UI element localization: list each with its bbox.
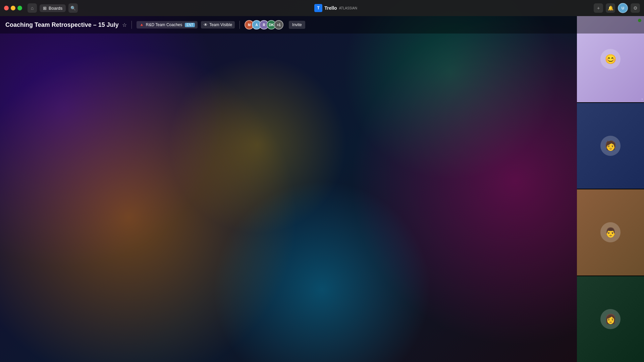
trello-label: Trello <box>324 5 337 11</box>
boards-label: Boards <box>49 6 62 11</box>
close-button[interactable] <box>4 6 9 10</box>
video-arrow: › <box>642 97 643 101</box>
eye-icon: 👁 <box>204 22 208 27</box>
video-person-4: 👩 <box>600 309 621 329</box>
home-icon[interactable]: ⌂ <box>28 3 37 13</box>
trello-icon: T <box>314 4 322 12</box>
star-button[interactable]: ☆ <box>122 22 127 28</box>
video-tile-2: 🧑 <box>577 103 644 189</box>
divider2 <box>239 21 240 29</box>
notifications-button[interactable]: 🔔 <box>606 3 615 13</box>
visibility-chip[interactable]: 👁 Team Visible <box>201 21 235 28</box>
video-tile-3: 👨 <box>577 189 644 276</box>
titlebar-right: + 🔔 U ⚙ <box>594 3 640 13</box>
video-person-3: 👨 <box>600 222 621 242</box>
board-title: Coaching Team Retrospective – 15 July <box>5 21 119 28</box>
fullscreen-button[interactable] <box>17 6 22 10</box>
trello-logo: T Trello ATLASSIAN <box>314 4 357 12</box>
divider <box>131 21 132 29</box>
search-button[interactable]: 🔍 <box>68 3 78 13</box>
member-avatar-5[interactable]: +1 <box>274 20 283 29</box>
team-label: R&D Team Coaches <box>146 22 182 27</box>
boards-button[interactable]: ⊞ Boards <box>40 4 66 12</box>
traffic-lights <box>4 6 22 10</box>
ent-badge: ENT <box>185 23 195 27</box>
visibility-label: Team Visible <box>209 22 232 27</box>
board-header: Coaching Team Retrospective – 15 July ☆ … <box>0 16 644 34</box>
video-person-2: 🧑 <box>600 136 621 156</box>
titlebar: ⌂ ⊞ Boards 🔍 T Trello ATLASSIAN + 🔔 U ⚙ <box>0 0 644 16</box>
atlassian-label: ATLASSIAN <box>339 6 357 10</box>
team-icon: 🔺 <box>139 22 144 27</box>
boards-icon: ⊞ <box>43 6 47 11</box>
add-button[interactable]: + <box>594 3 603 13</box>
user-avatar[interactable]: U <box>618 3 628 13</box>
team-chip[interactable]: 🔺 R&D Team Coaches ENT <box>137 21 198 28</box>
settings-button[interactable]: ⚙ <box>631 3 640 13</box>
background <box>0 0 644 362</box>
video-tile-4: 👩 <box>577 276 644 362</box>
invite-button[interactable]: Invite <box>289 21 305 29</box>
titlebar-center: T Trello ATLASSIAN <box>80 4 591 12</box>
video-panel: 😊 › 🧑 👨 👩 <box>577 16 644 362</box>
member-list: M A R DK +1 <box>245 20 283 29</box>
video-person-1: 😊 <box>600 49 621 69</box>
minimize-button[interactable] <box>11 6 15 10</box>
